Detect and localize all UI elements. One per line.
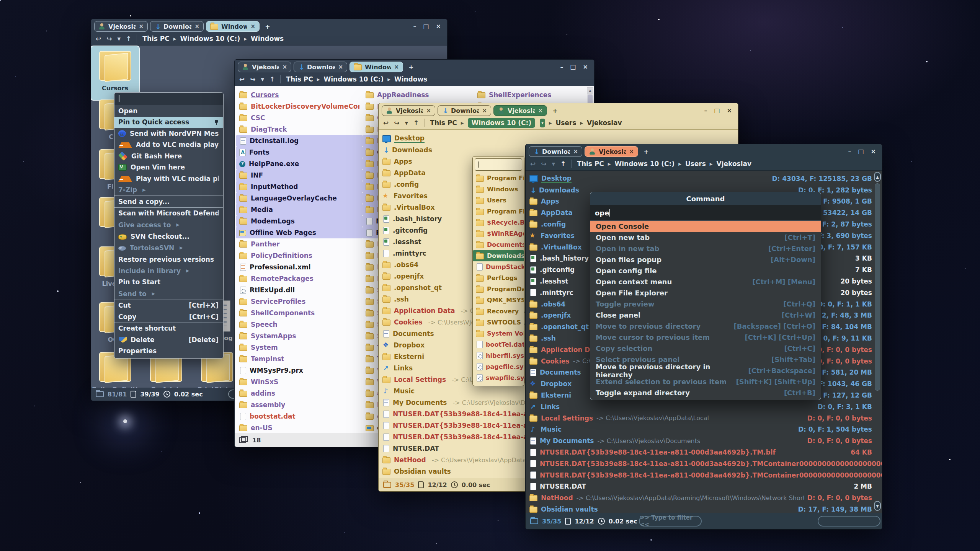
context-menu-item[interactable]: Add to VLC media player's Playlist ▶ <box>114 139 223 151</box>
file-row[interactable]: Media <box>236 204 363 215</box>
popup-item[interactable]: PerfLogs <box>473 272 524 284</box>
file-row[interactable]: DtcInstall.log <box>236 135 363 147</box>
tab[interactable]: Downloads × <box>150 21 204 32</box>
scrollbar[interactable]: ▲ ▼ <box>874 172 881 511</box>
popup-item[interactable]: Program Files <box>473 173 524 184</box>
file-row[interactable]: NTUSER.DAT{53b39e88-18c4-11ea-a811-000d3… <box>526 447 882 458</box>
tab[interactable]: Downloads × <box>529 146 582 157</box>
breadcrumb-item[interactable]: Windows ▾ ▶ <box>251 35 284 42</box>
breadcrumb-item[interactable]: Windows 10 (C:) ▾ ▶ <box>468 118 552 128</box>
context-menu-item[interactable]: Pin to Start ▶ <box>114 277 223 288</box>
context-menu-item[interactable]: Give access to ▶ <box>114 219 223 231</box>
popup-item[interactable]: System Volume Information <box>473 328 524 339</box>
file-row[interactable]: LanguageOverlayCache <box>236 192 363 204</box>
command-palette-item[interactable]: Toggle expand directory [Ctrl+B] <box>590 387 821 398</box>
close-button[interactable]: × <box>727 108 732 114</box>
popup-item[interactable]: $WinREAgent <box>473 228 524 239</box>
file-row[interactable]: Offline Web Pages <box>236 227 363 238</box>
popup-item[interactable]: pagefile.sys <box>473 361 524 372</box>
context-menu-item[interactable]: Restore previous versions ▶ <box>114 254 223 266</box>
file-row[interactable]: AppReadiness <box>363 89 474 101</box>
file-row[interactable]: RemotePackages <box>236 273 363 284</box>
tab-close-icon[interactable]: × <box>629 148 634 155</box>
forward-icon[interactable]: ↪ <box>541 161 546 167</box>
forward-icon[interactable]: ↪ <box>250 76 255 83</box>
file-row[interactable]: bootstat.dat <box>236 411 363 422</box>
popup-item[interactable]: SWTOOLS <box>473 317 524 328</box>
file-row[interactable]: TempInst <box>236 353 363 365</box>
file-row[interactable]: Professional.xml <box>236 261 363 273</box>
popup-filter-input[interactable] <box>475 158 522 171</box>
context-menu-item[interactable]: Copy [Ctrl+C] ▶ <box>114 311 223 323</box>
command-palette-item[interactable]: Open in new tab [Ctrl+Enter] <box>590 243 821 254</box>
tab-close-icon[interactable]: × <box>482 107 487 114</box>
popup-item[interactable]: Windows <box>473 184 524 195</box>
file-row[interactable]: PolicyDefinitions <box>236 250 363 261</box>
file-row[interactable]: CSC <box>236 112 363 124</box>
context-menu-item[interactable]: Send to ▶ <box>114 288 223 300</box>
history-dropdown-icon[interactable]: ▾ <box>261 76 265 83</box>
scrollbar-thumb[interactable] <box>875 183 880 391</box>
breadcrumb-item[interactable]: Vjekoslav ▾ ▶ <box>587 119 622 127</box>
command-palette-item[interactable]: Copy selection [Ctrl+C] <box>590 343 821 354</box>
tab[interactable]: Vjekoslav × <box>238 62 291 72</box>
tab[interactable]: Vjekoslav × <box>585 146 638 157</box>
context-menu-item[interactable]: Pin to Quick access ▶ <box>114 117 223 128</box>
new-tab-button[interactable]: + <box>405 62 417 72</box>
command-palette-item[interactable]: Extend selection to previous item [Shift… <box>590 376 821 387</box>
context-menu-item[interactable]: Cut [Ctrl+X] ▶ <box>114 300 223 311</box>
new-tab-button[interactable]: + <box>262 21 273 32</box>
minimize-button[interactable]: – <box>704 108 707 114</box>
command-palette-item[interactable]: Open File Explorer <box>590 287 821 298</box>
file-row[interactable]: System <box>236 342 363 353</box>
file-row[interactable]: HelpPane.exe <box>236 158 363 170</box>
command-palette-item[interactable]: Move to previous directory [Backspace] [… <box>590 321 821 332</box>
minimize-button[interactable]: – <box>413 23 416 29</box>
back-icon[interactable]: ↩ <box>96 36 101 42</box>
popup-item[interactable]: Program Files (x86) <box>473 206 524 217</box>
back-icon[interactable]: ↩ <box>383 120 389 126</box>
file-row[interactable]: DiagTrack <box>236 124 363 135</box>
close-button[interactable]: × <box>436 23 441 29</box>
new-tab-button[interactable]: + <box>640 146 652 157</box>
file-row[interactable]: InputMethod <box>236 181 363 192</box>
context-menu-item[interactable]: Send with NordVPN Meshnet ▶ <box>114 128 223 139</box>
tab[interactable]: Downloads × <box>294 62 347 72</box>
scroll-up-icon[interactable]: ▲ <box>587 88 593 94</box>
tab-close-icon[interactable]: × <box>250 23 255 30</box>
breadcrumb-item[interactable]: This PC ▾ ▶ <box>286 75 320 83</box>
file-row[interactable]: Local Settings -> C:\Users\Vjekoslav\App… <box>526 412 882 424</box>
tab-close-icon[interactable]: × <box>139 23 144 30</box>
file-row[interactable]: Obsidian vaults D: 17, F: 149, 38 MB <box>526 504 882 513</box>
file-row[interactable]: Fonts <box>236 147 363 158</box>
close-button[interactable]: × <box>583 64 588 70</box>
command-palette-input[interactable]: ope <box>590 205 821 221</box>
popup-item[interactable]: Recovery <box>473 306 524 317</box>
popup-item[interactable]: bootTel.dat <box>473 339 524 350</box>
minimize-button[interactable]: – <box>848 148 851 155</box>
popup-item[interactable]: $Recycle.Bin <box>473 217 524 228</box>
context-menu-item[interactable]: Properties ▶ <box>114 346 223 357</box>
tab-close-icon[interactable]: × <box>194 23 199 30</box>
context-menu-item[interactable]: Scan with Microsoft Defender... ▶ <box>114 207 223 219</box>
file-row[interactable]: Speech <box>236 319 363 330</box>
back-icon[interactable]: ↩ <box>239 76 245 83</box>
history-dropdown-icon[interactable]: ▾ <box>405 120 408 126</box>
tab-close-icon[interactable]: × <box>426 107 431 114</box>
file-row[interactable]: ShellComponents <box>236 307 363 319</box>
desktop[interactable]: { "colors": { "slate_chrome": "#323e4e",… <box>0 0 980 551</box>
tab-close-icon[interactable]: × <box>338 64 343 70</box>
context-menu-item[interactable]: Git Bash Here ▶ <box>114 150 223 162</box>
breadcrumb-item[interactable]: This PC ▾ ▶ <box>577 160 611 168</box>
popup-item[interactable]: DumpStack.log.tmp <box>473 261 524 272</box>
tab[interactable]: Windows × <box>350 62 403 72</box>
context-menu-filter-input[interactable] <box>114 93 223 105</box>
scroll-down-icon[interactable]: ▼ <box>874 501 881 511</box>
history-dropdown-icon[interactable]: ▾ <box>552 161 555 167</box>
file-row[interactable]: Panther <box>236 238 363 250</box>
context-menu-item[interactable]: Create shortcut ▶ <box>114 323 223 334</box>
scroll-up-icon[interactable]: ▲ <box>874 172 881 182</box>
context-menu-item[interactable]: Include in library ▶ <box>114 265 223 277</box>
back-icon[interactable]: ↩ <box>530 161 536 167</box>
file-row[interactable]: SystemApps <box>236 330 363 342</box>
